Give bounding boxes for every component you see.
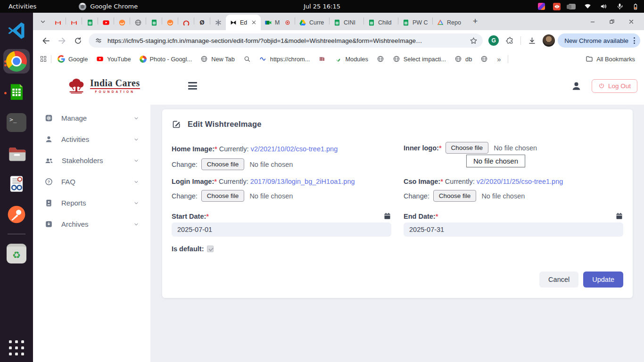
pinned-tab-gmail[interactable] (50, 15, 66, 30)
sidebar-toggle-button[interactable] (185, 79, 200, 92)
restore-icon[interactable] (609, 18, 615, 25)
tab-sheet-cini[interactable]: CINI (330, 15, 363, 30)
user-icon[interactable] (570, 80, 582, 92)
downloads-button[interactable] (524, 33, 540, 49)
login-image-current-link[interactable]: 2017/09/13/login_bg_2iH1oa1.png (250, 178, 355, 185)
back-button[interactable] (38, 33, 54, 49)
dock-chrome[interactable] (3, 49, 30, 74)
dock-libreoffice-calc[interactable] (3, 80, 30, 104)
meet-icon (264, 19, 272, 26)
recording-dot-icon (284, 19, 291, 26)
update-button[interactable]: Update (583, 272, 623, 288)
bookmark-db[interactable]: db (450, 55, 476, 63)
dock-vscode[interactable] (3, 18, 30, 43)
bookmarks-overflow-button[interactable]: » (492, 55, 505, 63)
profile-avatar[interactable] (543, 34, 555, 47)
close-tab-icon[interactable] (251, 19, 257, 25)
pinned-tab-null[interactable]: Ø (194, 15, 210, 30)
bookmark-label: YouTube (107, 56, 131, 63)
browser-menu-icon[interactable] (632, 37, 636, 44)
sidebar-item-stakeholders[interactable]: Stakeholders (33, 150, 150, 171)
pinned-tab-gmail[interactable] (66, 15, 82, 30)
bookmark-globe[interactable] (372, 55, 388, 63)
url-text[interactable]: https://icfnv5-staging.icfn.in/manage-se… (107, 37, 469, 44)
pinned-tab-sheets[interactable] (82, 15, 98, 30)
show-applications-button[interactable] (9, 340, 24, 355)
calendar-icon[interactable] (615, 212, 623, 220)
new-tab-button[interactable]: + (469, 15, 482, 28)
sidebar-item-archives[interactable]: Archives (33, 214, 150, 235)
is-default-checkbox[interactable] (207, 246, 214, 252)
dock-postman[interactable] (3, 202, 30, 227)
start-date-input[interactable] (172, 222, 391, 237)
cancel-button[interactable]: Cancel (539, 272, 578, 288)
sidebar-item-label: Archives (61, 220, 89, 228)
bookmark-search[interactable] (239, 55, 255, 63)
pinned-tab-zoho[interactable] (162, 15, 178, 30)
chrome-app-icon (79, 3, 86, 10)
dock-files[interactable] (3, 141, 30, 165)
pinned-tab-openai[interactable] (210, 15, 226, 30)
apps-shortcut-button[interactable] (38, 56, 49, 62)
logout-button[interactable]: Log Out (592, 79, 637, 93)
pinned-tab-sheets[interactable] (146, 15, 162, 30)
bookmark-modules[interactable]: Modules (330, 55, 372, 63)
end-date-input[interactable] (404, 222, 623, 237)
sidebar-item-faq[interactable]: FAQ (33, 171, 150, 192)
bookmark-photos[interactable]: Photo - Googl... (135, 56, 197, 63)
calendar-icon[interactable] (383, 212, 391, 220)
pinned-tab-zoho[interactable] (114, 15, 130, 30)
tab-active-edit-form[interactable]: Ed (226, 15, 261, 30)
tab-meet[interactable]: M (261, 15, 295, 30)
all-bookmarks-button[interactable]: All Bookmarks (581, 55, 639, 63)
tab-label: PW C (413, 19, 429, 26)
cso-image-current-link[interactable]: v2/2020/11/25/cso-tree1.png (477, 178, 563, 185)
bookmark-chrome-link[interactable]: https://chrom... (255, 55, 314, 63)
tab-sheet-pw[interactable]: PW C (398, 15, 432, 30)
pinned-tab-globe[interactable] (130, 15, 146, 30)
tab-drive[interactable]: Curre (295, 15, 329, 30)
tri-knot-icon (437, 19, 444, 26)
pinned-tab-youtube[interactable] (98, 15, 114, 30)
home-image-choose-file-button[interactable]: Choose file (201, 158, 245, 170)
sidebar-item-reports[interactable]: Reports (33, 192, 150, 214)
change-label: Change: (172, 161, 198, 168)
bookmark-select-impact[interactable]: Select impacti... (388, 55, 450, 63)
chrome-update-pill[interactable]: New Chrome available (558, 33, 640, 48)
address-bar[interactable]: https://icfnv5-staging.icfn.in/manage-se… (89, 33, 483, 48)
extensions-button[interactable] (502, 33, 518, 49)
sidebar-item-label: Activities (61, 135, 89, 143)
system-tray[interactable] (538, 2, 639, 10)
sidebar-item-manage[interactable]: Manage (33, 107, 150, 129)
bookmark-youtube[interactable]: YouTube (92, 55, 135, 63)
bookmark-new-tab[interactable]: New Tab (196, 55, 239, 63)
currently-label: Currently: (445, 178, 475, 185)
pinned-tab-arc[interactable] (178, 15, 194, 30)
activities-button[interactable]: Activities (0, 0, 45, 13)
bookmark-google[interactable]: Google (53, 55, 92, 63)
tab-sheet-child[interactable]: Child (364, 15, 398, 30)
sidebar-item-activities[interactable]: Activities (33, 129, 150, 150)
bookmark-star-icon[interactable] (469, 36, 478, 45)
inner-logo-choose-file-button[interactable]: Choose file (446, 142, 489, 154)
cso-image-choose-file-button[interactable]: Choose file (433, 190, 477, 202)
close-window-icon[interactable] (628, 18, 635, 25)
focused-app-menu[interactable]: Google Chrome (79, 3, 138, 10)
clock[interactable]: Jul 25 16:15 (304, 3, 340, 10)
dock-terminal[interactable]: >_ (3, 110, 30, 135)
site-logo[interactable]: India Cares FOUNDATION (66, 77, 140, 94)
dock-trash[interactable]: ♻ (3, 241, 30, 266)
form: Home Image:* Currently: v2/2021/10/02/cs… (162, 136, 633, 288)
tab-repo[interactable]: Repo (433, 15, 467, 30)
home-image-current-link[interactable]: v2/2021/10/02/cso-tree1.png (251, 145, 338, 153)
bookmark-globe[interactable] (476, 55, 492, 63)
grammarly-extension-button[interactable]: G (486, 33, 502, 49)
minimize-icon[interactable] (589, 18, 596, 25)
reload-button[interactable] (70, 33, 86, 49)
tab-search-button[interactable] (37, 16, 49, 28)
dock-document-viewer[interactable] (3, 172, 30, 196)
site-settings-icon[interactable] (94, 36, 103, 45)
bookmark-misc[interactable] (314, 55, 330, 63)
login-image-choose-file-button[interactable]: Choose file (201, 190, 245, 202)
forward-button[interactable] (54, 33, 70, 49)
